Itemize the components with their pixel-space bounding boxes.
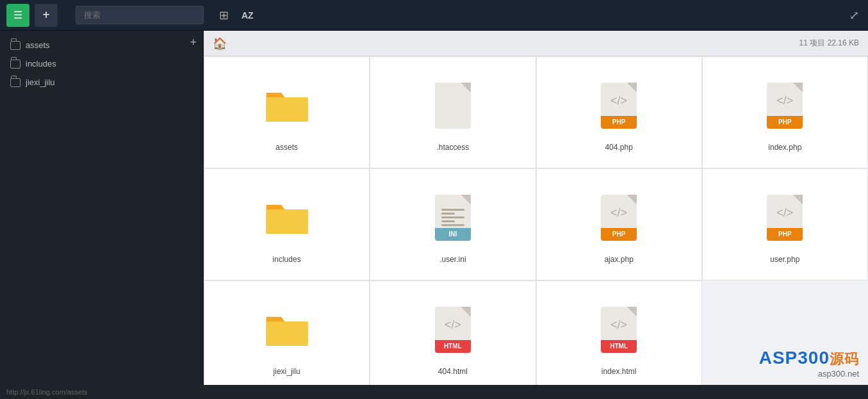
- search-input[interactable]: [76, 6, 204, 24]
- file-name: ajax.php: [604, 255, 633, 264]
- content-wrapper: assets .htaccess </> PHP 404.php </> PHP…: [204, 56, 868, 385]
- file-icon-wrap: </> PHP: [759, 186, 810, 250]
- code-icon: </>: [445, 318, 461, 332]
- svg-rect-2: [266, 321, 307, 345]
- file-icon: </> HTML: [601, 307, 637, 353]
- code-icon: </>: [776, 94, 793, 108]
- file-name: user.php: [770, 255, 799, 264]
- sidebar-label-jiexi-jilu: jiexi_jilu: [26, 77, 55, 87]
- file-icon: </> HTML: [435, 307, 471, 353]
- file-item-indexhtml[interactable]: </> HTML index.html: [536, 281, 702, 385]
- file-badge: PHP: [767, 228, 803, 241]
- file-name: jiexi_jilu: [274, 367, 300, 376]
- file-name: .htaccess: [437, 143, 470, 152]
- sidebar-label-assets: assets: [26, 40, 50, 50]
- sidebar-item-jiexi-jilu[interactable]: jiexi_jilu: [0, 73, 203, 92]
- file-icon: </> PHP: [601, 195, 637, 241]
- main-layout: + assets includes jiexi_jilu 🏠 11 项目 22.…: [0, 31, 868, 385]
- file-icon-wrap: [261, 186, 313, 250]
- grid-icon: ⊞: [219, 8, 229, 22]
- content-header: 🏠 11 项目 22.16 KB: [204, 31, 868, 56]
- sidebar-item-assets[interactable]: assets: [0, 36, 203, 54]
- file-icon-wrap: </> PHP: [593, 186, 644, 250]
- file-name: assets: [275, 143, 298, 152]
- file-icon: </> PHP: [601, 83, 637, 129]
- file-item-assets[interactable]: assets: [204, 56, 370, 168]
- menu-button[interactable]: ☰: [6, 4, 29, 27]
- item-count: 11 项目 22.16 KB: [799, 38, 859, 49]
- file-badge: INI: [435, 228, 471, 241]
- file-item-ajaxphp[interactable]: </> PHP ajax.php: [536, 168, 702, 281]
- grid-view-button[interactable]: ⊞: [217, 6, 231, 25]
- file-badge: PHP: [601, 116, 637, 129]
- file-icon: </> PHP: [767, 83, 803, 129]
- code-icon: </>: [610, 94, 627, 108]
- file-lines: [441, 209, 464, 228]
- code-icon: </>: [776, 206, 793, 220]
- sort-button[interactable]: AZ: [239, 8, 256, 23]
- file-badge: PHP: [767, 116, 803, 129]
- svg-rect-1: [266, 209, 307, 233]
- file-icon-wrap: </> PHP: [759, 74, 810, 138]
- file-icon-wrap: [261, 74, 313, 138]
- expand-icon: ⤢: [849, 9, 859, 22]
- file-item-htaccess[interactable]: .htaccess: [370, 56, 536, 168]
- file-item-404html[interactable]: </> HTML 404.html: [370, 281, 536, 385]
- file-icon-wrap: INI: [427, 186, 479, 250]
- search-container: [76, 6, 204, 24]
- add-button[interactable]: +: [35, 4, 58, 27]
- sidebar-item-includes[interactable]: includes: [0, 54, 203, 73]
- folder-icon: [10, 41, 20, 50]
- file-badge: PHP: [601, 228, 637, 241]
- file-item-includes[interactable]: includes: [204, 168, 370, 281]
- file-icon: INI: [435, 195, 471, 241]
- expand-button[interactable]: ⤢: [847, 6, 862, 25]
- svg-rect-0: [266, 97, 307, 121]
- folder-icon: [10, 60, 20, 69]
- file-icon-wrap: </> HTML: [593, 298, 644, 362]
- file-icon-wrap: </> HTML: [427, 298, 479, 362]
- add-icon: +: [42, 8, 50, 22]
- menu-icon: ☰: [13, 9, 22, 21]
- toolbar: ☰ + ⊞ AZ ⤢: [0, 0, 868, 31]
- file-item-userini[interactable]: INI .user.ini: [370, 168, 536, 281]
- file-name: index.php: [768, 143, 801, 152]
- sidebar-add-button[interactable]: +: [190, 36, 197, 49]
- sidebar-label-includes: includes: [26, 59, 56, 69]
- status-bar: http://jx.61ling.com/assets: [0, 385, 868, 399]
- file-item-indexphp[interactable]: </> PHP index.php: [702, 56, 868, 168]
- sidebar: + assets includes jiexi_jilu: [0, 31, 204, 385]
- file-badge: HTML: [601, 340, 637, 353]
- status-url: http://jx.61ling.com/assets: [6, 388, 88, 396]
- view-controls: ⊞ AZ: [217, 6, 256, 25]
- file-name: .user.ini: [439, 255, 466, 264]
- code-icon: </>: [610, 318, 627, 332]
- file-icon: [435, 83, 471, 129]
- file-grid: assets .htaccess </> PHP 404.php </> PHP…: [204, 56, 868, 385]
- file-icon-wrap: [427, 74, 479, 138]
- content-area: 🏠 11 项目 22.16 KB assets .htaccess </> PH…: [204, 31, 868, 385]
- file-item-404php[interactable]: </> PHP 404.php: [536, 56, 702, 168]
- file-icon: </> PHP: [767, 195, 803, 241]
- code-icon: </>: [610, 206, 627, 220]
- file-badge: HTML: [435, 340, 471, 353]
- sort-icon: AZ: [242, 10, 254, 20]
- file-icon-wrap: </> PHP: [593, 74, 644, 138]
- file-name: 404.php: [605, 143, 632, 152]
- folder-icon: [10, 78, 20, 87]
- file-name: includes: [273, 255, 301, 264]
- file-name: index.html: [602, 367, 637, 376]
- file-item-jiexi_jilu[interactable]: jiexi_jilu: [204, 281, 370, 385]
- file-name: 404.html: [438, 367, 468, 376]
- file-item-userphp[interactable]: </> PHP user.php: [702, 168, 868, 281]
- breadcrumb-home[interactable]: 🏠: [213, 37, 227, 51]
- file-icon-wrap: [261, 298, 313, 362]
